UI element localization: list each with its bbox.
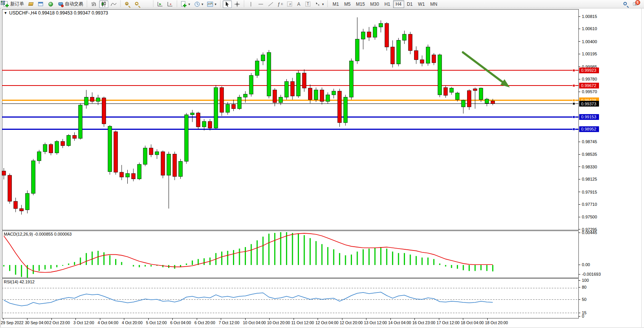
timeframe-h1[interactable]: H1	[382, 0, 393, 8]
price-tick-label: 1.00815	[582, 14, 597, 19]
grid-icon: F	[287, 2, 292, 6]
candle-body	[291, 81, 294, 96]
time-tick-label: 30 Sep 04:00	[25, 320, 49, 325]
candle-body	[385, 23, 389, 47]
new-chart-button[interactable]: ▾	[179, 0, 192, 8]
rsi-axis-label: 0	[582, 314, 584, 318]
candle-body	[96, 98, 100, 102]
price-tick-label: 1.00610	[582, 26, 597, 31]
candle-body	[67, 135, 71, 145]
candlestick-mode-button[interactable]	[99, 0, 108, 8]
price-tick-label: 1.00195	[582, 52, 597, 56]
arrows-icon	[315, 1, 321, 7]
zoom-in-button[interactable]: +	[123, 0, 132, 8]
candle-body	[125, 173, 129, 177]
hline-tool-button[interactable]	[256, 0, 265, 8]
candle-body	[379, 23, 383, 27]
price-tick-label: 0.97710	[582, 202, 597, 207]
chart-shift-button[interactable]	[165, 0, 175, 8]
timeframe-mn[interactable]: MN	[427, 0, 440, 8]
macd-axis-label: -0.001693	[582, 272, 601, 276]
time-tick-label: 6 Oct 04:00	[170, 320, 191, 325]
tile-windows-button[interactable]	[143, 0, 151, 8]
candle-body	[84, 97, 88, 105]
trendline-tool-button[interactable]	[266, 0, 275, 8]
timeframe-m5[interactable]: M5	[342, 0, 353, 8]
text-label-tool-button[interactable]: T	[304, 0, 312, 8]
time-tick-label: 5 Oct 12:00	[146, 320, 167, 325]
candle-body	[332, 91, 336, 95]
navigator-button[interactable]	[46, 0, 55, 8]
hline-anchor[interactable]	[573, 69, 575, 71]
vline-tool-button[interactable]	[246, 0, 255, 8]
candle-body	[450, 88, 453, 92]
rsi-axis-label: 100	[582, 278, 589, 283]
candle-body	[202, 121, 206, 127]
hline-anchor[interactable]	[573, 116, 575, 118]
candle-body	[143, 148, 147, 165]
candle-body	[14, 201, 18, 208]
auto-trading-button[interactable]: 自动交易	[56, 0, 85, 8]
candle-body	[132, 173, 135, 179]
timeframe-w1[interactable]: W1	[415, 0, 427, 8]
fibonacci-icon: ƒ	[278, 2, 280, 7]
crosshair-tool-button[interactable]	[233, 0, 242, 8]
profiles-button[interactable]	[26, 0, 35, 8]
candle-body	[43, 144, 47, 152]
candle-body	[338, 91, 342, 123]
candle-body	[456, 93, 459, 99]
chart-menu-arrow[interactable]: ▼	[4, 11, 7, 15]
time-tick-label: 11 Oct 12:00	[291, 320, 314, 325]
auto-scroll-button[interactable]	[156, 0, 165, 8]
candle-body	[320, 90, 324, 102]
tile-windows-icon	[1, 1, 5, 5]
profiles-icon	[28, 1, 34, 7]
zoom-out-button[interactable]: -	[133, 0, 142, 8]
timeframe-d1[interactable]: D1	[404, 0, 415, 8]
text-label-icon: T	[305, 2, 310, 6]
hline-anchor[interactable]	[573, 99, 575, 102]
bar-chart-mode-button[interactable]	[89, 0, 98, 8]
text-tool-button[interactable]: A	[295, 0, 303, 8]
toolbar-separator	[177, 1, 177, 8]
periods-button[interactable]: ▾	[193, 0, 205, 8]
fibonacci-tool-button[interactable]: ƒ E	[276, 0, 285, 8]
template-button[interactable]: ▾	[206, 0, 218, 8]
time-tick-label: 17 Oct 12:00	[437, 320, 459, 325]
candle-body	[373, 27, 377, 37]
timeframe-m30[interactable]: M30	[368, 0, 382, 8]
clock-icon	[194, 1, 200, 7]
zoom-out-icon: -	[134, 1, 140, 7]
chart-canvas[interactable]: 1.008151.006101.004001.001950.999850.997…	[0, 0, 644, 328]
toolbar-separator	[220, 1, 221, 8]
price-tick-label: 0.98125	[582, 177, 597, 181]
text-tool-icon: A	[297, 2, 300, 7]
candle-body	[491, 101, 495, 103]
timeframe-h4[interactable]: H4	[393, 0, 404, 8]
candle-body	[479, 88, 483, 100]
cursor-tool-button[interactable]	[223, 0, 232, 8]
grid-tool-button[interactable]: F	[286, 0, 294, 8]
hline-anchor[interactable]	[573, 103, 575, 105]
hline-anchor[interactable]	[573, 128, 575, 130]
crosshair-icon	[234, 1, 240, 7]
timeframe-group: M1M5M15M30H1H4D1W1MN	[330, 0, 440, 8]
price-tick-label: 1.00400	[582, 39, 597, 44]
line-chart-mode-button[interactable]	[109, 0, 118, 8]
candle-body	[461, 100, 465, 107]
arrows-tool-button[interactable]: ▾	[313, 0, 326, 8]
candle-body	[397, 40, 400, 64]
trendline-icon	[268, 1, 274, 7]
notifications-button[interactable]: 1	[631, 0, 640, 8]
timeframe-m1[interactable]: M1	[330, 0, 342, 8]
search-button[interactable]	[621, 0, 630, 8]
candle-body	[185, 115, 188, 162]
candle-body	[408, 34, 412, 51]
candle-body	[314, 90, 318, 100]
candle-body	[355, 39, 359, 61]
hline-anchor[interactable]	[573, 84, 575, 87]
main-toolbar: 新订单 自动交易 + -	[0, 0, 644, 8]
notification-badge: 1	[635, 0, 640, 5]
timeframe-m15[interactable]: M15	[353, 0, 368, 8]
market-watch-button[interactable]	[36, 0, 45, 8]
